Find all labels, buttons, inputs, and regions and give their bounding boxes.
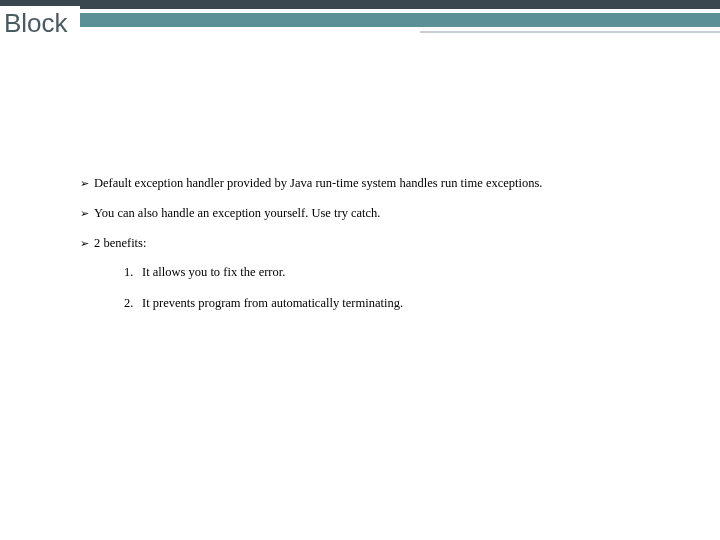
header-rules <box>80 6 720 33</box>
list-item: 1. It allows you to fix the error. <box>124 265 690 280</box>
content-area: ➢ Default exception handler provided by … <box>80 175 690 327</box>
bullet-text: 2 benefits: <box>94 235 146 251</box>
page-title: Block <box>0 6 68 39</box>
header-row: Block <box>0 6 720 44</box>
arrow-bullet-icon: ➢ <box>80 175 94 191</box>
number-label: 2. <box>124 296 142 311</box>
bullet-item: ➢ 2 benefits: <box>80 235 690 251</box>
bullet-text: Default exception handler provided by Ja… <box>94 175 542 191</box>
number-text: It prevents program from automatically t… <box>142 296 403 311</box>
rule-teal <box>80 13 720 27</box>
bullet-item: ➢ You can also handle an exception yours… <box>80 205 690 221</box>
rule-dark <box>80 6 720 9</box>
list-item: 2. It prevents program from automaticall… <box>124 296 690 311</box>
numbered-list: 1. It allows you to fix the error. 2. It… <box>124 265 690 311</box>
arrow-bullet-icon: ➢ <box>80 205 94 221</box>
rule-light <box>420 31 720 33</box>
bullet-text: You can also handle an exception yoursel… <box>94 205 381 221</box>
arrow-bullet-icon: ➢ <box>80 235 94 251</box>
number-text: It allows you to fix the error. <box>142 265 285 280</box>
number-label: 1. <box>124 265 142 280</box>
bullet-item: ➢ Default exception handler provided by … <box>80 175 690 191</box>
